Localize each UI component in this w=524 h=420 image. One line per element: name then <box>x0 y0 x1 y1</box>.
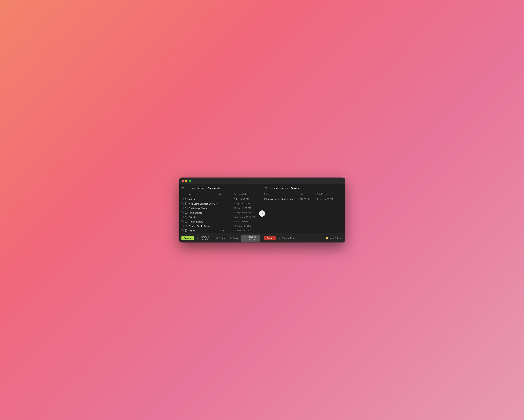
file-checkbox[interactable] <box>181 216 183 218</box>
file-checkbox[interactable] <box>181 202 183 205</box>
file-date: Yesterday at 11:27 AM <box>234 216 260 218</box>
file-checkbox[interactable] <box>181 229 183 232</box>
left-folder-icon: ⊞ <box>182 186 185 190</box>
close-button[interactable] <box>182 180 184 182</box>
file-date: Today at 4:20 AM <box>317 198 343 201</box>
left-sep-2: › <box>206 187 207 189</box>
left-breadcrumb-dots: ··· <box>186 187 188 189</box>
show-in-finder-icon-right: ↗ <box>279 237 281 239</box>
file-checkbox[interactable] <box>181 225 183 227</box>
file-type-icon <box>185 207 188 210</box>
file-size: - <box>217 220 233 223</box>
table-row[interactable]: Screen Studio Presets - 29 May at 9:18 P… <box>179 224 262 228</box>
right-current-folder: Desktop <box>291 187 299 189</box>
right-col-size: Size <box>301 193 317 195</box>
right-sep-1: › <box>272 187 273 189</box>
new-folder-label: New Folder <box>330 237 341 239</box>
delete-icon: 🗑 <box>216 237 218 239</box>
right-star-button[interactable]: ☆ <box>341 187 343 190</box>
swap-panes-button[interactable]: ⇄ <box>259 210 265 217</box>
right-sep-2: › <box>289 187 290 189</box>
file-name: Adobe <box>189 198 216 201</box>
file-size: 220.35 KB <box>300 198 315 201</box>
right-file-list: CleanShot 2024-09-14 at 04.17.3... 220.3… <box>262 196 345 234</box>
file-size: - <box>217 198 233 201</box>
left-pane: ⊞ ··· › jameelsocorro › Documents ☆ Name… <box>179 184 262 243</box>
left-column-headers: Name Size Date Modified <box>179 192 262 196</box>
move-to-target-button[interactable]: ↗ Move to Target <box>241 235 260 242</box>
file-type-icon <box>185 229 188 232</box>
table-row[interactable]: Github - Yesterday at 11:27 AM <box>179 215 262 219</box>
source-button[interactable]: Source <box>182 236 194 240</box>
file-type-icon <box>185 216 188 219</box>
file-checkbox[interactable] <box>181 207 183 210</box>
table-row[interactable]: log.txt 1.62 KB 23 May at 5:37 AM <box>179 228 262 233</box>
file-name: log.txt <box>189 229 216 232</box>
delete-button[interactable]: 🗑 Delete <box>214 236 227 240</box>
right-breadcrumb-dots: ··· <box>269 187 271 189</box>
file-type-icon <box>185 225 188 228</box>
file-name: Screen Studio Presets <box>189 225 216 228</box>
target-button[interactable]: Target <box>264 236 276 240</box>
right-column-headers: Name Size Date Modified <box>262 192 345 196</box>
file-date: 29 May at 9:18 PM <box>234 225 260 227</box>
table-row[interactable]: App Store Connect Error.png 432.03 ... 7… <box>179 201 262 206</box>
table-row[interactable]: CleanShot 2024-09-14 at 04.17.3... 220.3… <box>262 197 345 201</box>
file-type-icon <box>185 220 188 223</box>
left-parent[interactable]: jameelsocorro <box>191 187 205 189</box>
file-date: 9 Jul at 6:47 PM <box>234 198 260 201</box>
swap-icon: ⇄ <box>261 212 263 215</box>
left-col-name: Name <box>188 193 219 195</box>
show-in-finder-button-left[interactable]: ↗ Show in Finder <box>195 235 213 242</box>
right-pane: ⊞ ··· › jameelsocorro › Desktop ☆ Name S… <box>262 184 345 243</box>
show-in-finder-icon-left: ↗ <box>197 237 199 239</box>
right-parent[interactable]: jameelsocorro <box>274 187 288 189</box>
file-checkbox[interactable] <box>181 198 183 201</box>
new-folder-icon: 📁 <box>326 237 329 239</box>
table-row[interactable]: Adobe - 9 Jul at 6:47 PM <box>179 197 262 201</box>
file-type-icon <box>185 211 188 214</box>
right-folder-icon: ⊞ <box>264 186 268 190</box>
file-name: CleanShot 2024-09-14 at 04.17.3... <box>268 198 299 201</box>
file-date: 7 Sep at 9:22 PM <box>234 202 260 205</box>
file-checkbox[interactable] <box>181 220 183 223</box>
app-window: ⊞ ··· › jameelsocorro › Documents ☆ Name… <box>179 177 345 243</box>
left-toolbar: Source ↗ Show in Finder 🗑 Delete ⧉ Copy … <box>179 234 262 243</box>
show-in-finder-label-right: Show in Finder <box>281 237 297 239</box>
main-area: ⊞ ··· › jameelsocorro › Documents ☆ Name… <box>179 184 345 243</box>
file-size: - <box>217 211 233 214</box>
new-folder-button[interactable]: 📁 New Folder <box>324 236 342 240</box>
right-col-name: Name <box>264 193 301 195</box>
file-size: 432.03 ... <box>217 202 233 205</box>
left-star-button[interactable]: ☆ <box>258 187 260 190</box>
file-type-icon <box>185 198 188 201</box>
file-name: Rotato Library <box>189 220 216 223</box>
move-icon: ↗ <box>244 237 245 239</box>
maximize-button[interactable] <box>189 180 191 182</box>
copy-icon: ⧉ <box>230 237 232 240</box>
file-type-icon <box>264 198 267 201</box>
table-row[interactable]: Rotato Library - 1 Apr at 8:09 PM <box>179 219 262 224</box>
copy-button[interactable]: ⧉ Copy <box>228 236 239 241</box>
minimize-button[interactable] <box>185 180 187 182</box>
left-col-size: Size <box>218 193 234 195</box>
file-size: - <box>217 207 233 210</box>
right-breadcrumb: ⊞ ··· › jameelsocorro › Desktop ☆ <box>262 184 345 192</box>
file-date: 28 Mar at 1:15 AM <box>234 207 260 210</box>
left-breadcrumb: ⊞ ··· › jameelsocorro › Documents ☆ <box>179 184 262 192</box>
right-col-date: Date Modified <box>317 193 343 195</box>
move-to-target-label: Move to Target <box>246 236 257 241</box>
left-file-list: Adobe - 9 Jul at 6:47 PM App Store Conne… <box>179 196 262 234</box>
show-in-finder-label-left: Show in Finder <box>200 236 211 241</box>
title-bar <box>179 177 345 184</box>
table-row[interactable]: Flight Details - 11 Sep at 9:06 AM <box>179 210 262 215</box>
table-row[interactable]: Blackmagic Design - 28 Mar at 1:15 AM <box>179 206 262 210</box>
file-name: Github <box>189 216 216 219</box>
left-current-folder: Documents <box>208 187 220 189</box>
show-in-finder-button-right[interactable]: ↗ Show in Finder <box>277 236 298 240</box>
svg-rect-0 <box>264 198 267 200</box>
file-date: 23 May at 5:37 AM <box>234 229 260 232</box>
file-checkbox[interactable] <box>181 211 183 214</box>
file-name: Flight Details <box>189 211 216 214</box>
left-col-date: Date Modified <box>234 193 260 195</box>
